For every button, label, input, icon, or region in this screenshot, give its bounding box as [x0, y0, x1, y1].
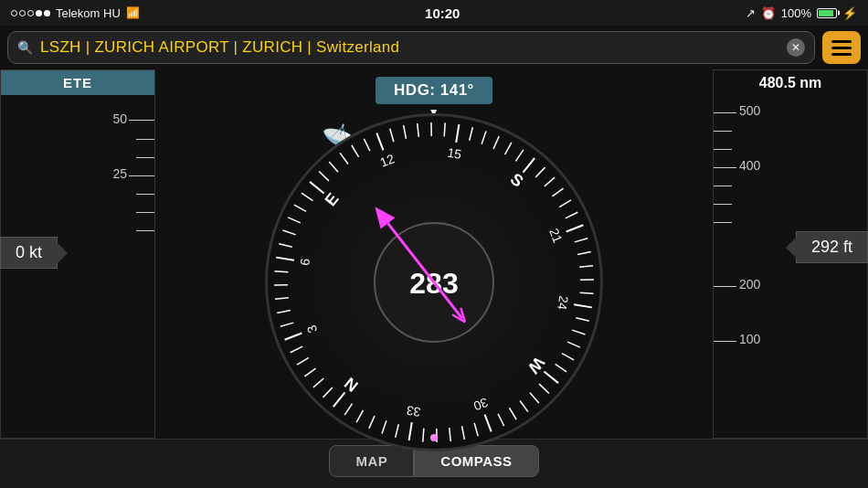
svg-text:6: 6: [297, 257, 312, 266]
svg-text:21: 21: [546, 227, 566, 245]
svg-text:30: 30: [471, 395, 490, 414]
svg-line-2: [313, 378, 323, 387]
battery-fill: [819, 10, 833, 16]
ete-value-box: 0 kt: [0, 237, 58, 269]
svg-line-7: [281, 323, 293, 326]
ham-line-3: [831, 53, 852, 56]
svg-line-21: [340, 153, 348, 164]
svg-line-68: [382, 420, 386, 433]
battery-icon: [817, 8, 837, 18]
ham-line-1: [831, 40, 852, 43]
svg-line-13: [279, 244, 292, 248]
clear-button[interactable]: ✕: [787, 38, 805, 57]
svg-line-51: [567, 342, 580, 347]
svg-line-32: [482, 132, 486, 144]
svg-line-12: [276, 258, 294, 260]
svg-line-8: [277, 311, 291, 313]
svg-line-31: [470, 127, 473, 141]
svg-line-0: [333, 392, 345, 407]
scale-tick-400: [714, 167, 736, 168]
svg-line-34: [505, 143, 512, 154]
signal-dot-4: [36, 10, 42, 16]
svg-line-38: [545, 177, 555, 186]
hdg-display: HDG: 141°: [376, 77, 492, 104]
svg-line-27: [418, 123, 419, 137]
scale-tick-500: [714, 112, 736, 113]
svg-text:3: 3: [304, 324, 321, 335]
svg-line-70: [356, 410, 363, 422]
svg-line-15: [288, 217, 301, 223]
svg-line-65: [423, 429, 424, 442]
scale-label-25: 25: [112, 166, 127, 181]
svg-line-6: [285, 334, 302, 340]
svg-line-18: [310, 182, 324, 194]
battery-container: [817, 8, 837, 18]
distance-header: 480.5 nm: [714, 70, 867, 96]
svg-line-24: [376, 133, 383, 151]
svg-line-43: [575, 239, 587, 242]
svg-line-16: [294, 205, 306, 211]
svg-line-40: [559, 200, 571, 207]
svg-line-20: [329, 162, 338, 172]
svg-line-17: [302, 193, 312, 200]
right-panel: 480.5 nm 500 400 292 ft 200 100: [713, 69, 868, 439]
scale-tick-490: [714, 131, 732, 132]
compass-area: HDG: 141° 📡: [155, 69, 713, 439]
svg-text:15: 15: [446, 145, 462, 162]
svg-line-37: [535, 167, 545, 177]
ete-header: ETE: [1, 70, 154, 95]
svg-line-52: [562, 354, 574, 360]
location-icon: ↗: [746, 6, 756, 20]
signal-dots: [11, 10, 50, 16]
svg-line-56: [530, 393, 539, 403]
carrier-name: Telekom HU: [56, 6, 121, 20]
alarm-icon: ⏰: [761, 6, 776, 20]
svg-marker-88: [367, 201, 395, 228]
scale-tick-480: [714, 149, 732, 150]
svg-line-44: [577, 252, 591, 255]
scale-tick-10: [136, 230, 154, 231]
svg-line-22: [352, 145, 359, 157]
scale-tick-360: [714, 204, 732, 205]
altitude-value: 292 ft: [811, 238, 852, 257]
svg-line-5: [291, 346, 302, 353]
scale-label-100: 100: [739, 332, 760, 346]
status-right: ↗ ⏰ 100% ⚡: [746, 6, 857, 20]
ete-scale: 50 25 0 kt: [1, 95, 154, 438]
status-left: Telekom HU 📶: [11, 6, 140, 20]
lightning-icon: ⚡: [842, 6, 857, 20]
svg-line-11: [274, 271, 288, 272]
svg-text:W: W: [524, 354, 548, 377]
status-bar: Telekom HU 📶 10:20 ↗ ⏰ 100% ⚡: [0, 0, 868, 26]
signal-dot-5: [44, 10, 50, 16]
scale-tick-380: [714, 186, 732, 186]
distance-scale: 500 400 292 ft 200 100: [714, 96, 867, 438]
scale-label-200: 200: [739, 277, 760, 292]
svg-line-66: [409, 422, 412, 440]
svg-line-57: [520, 400, 528, 411]
svg-line-71: [344, 404, 352, 415]
hamburger-button[interactable]: [822, 31, 861, 64]
signal-dot-3: [27, 10, 34, 16]
compass-svg: N 3 6 E: [265, 113, 603, 451]
scale-label-400: 400: [739, 158, 760, 173]
svg-line-61: [474, 423, 478, 436]
svg-line-23: [364, 139, 370, 151]
svg-line-14: [283, 230, 296, 235]
svg-line-33: [493, 136, 499, 149]
svg-line-50: [572, 330, 585, 334]
svg-line-41: [566, 212, 577, 218]
svg-line-30: [456, 124, 459, 143]
main-content: ETE 50 25 0 kt HDG: 141° 📡: [0, 69, 868, 439]
signal-dot-2: [19, 10, 26, 16]
svg-line-45: [579, 266, 593, 268]
ham-line-2: [831, 47, 852, 49]
ete-value: 0 kt: [16, 243, 42, 262]
svg-line-29: [444, 122, 445, 136]
svg-line-39: [552, 188, 563, 196]
wifi-icon: 📶: [126, 6, 140, 19]
svg-line-3: [304, 368, 315, 377]
svg-line-53: [556, 364, 566, 371]
search-input-container[interactable]: 🔍 LSZH | ZURICH AIRPORT | ZURICH | Switz…: [7, 31, 815, 64]
svg-line-62: [462, 426, 465, 440]
